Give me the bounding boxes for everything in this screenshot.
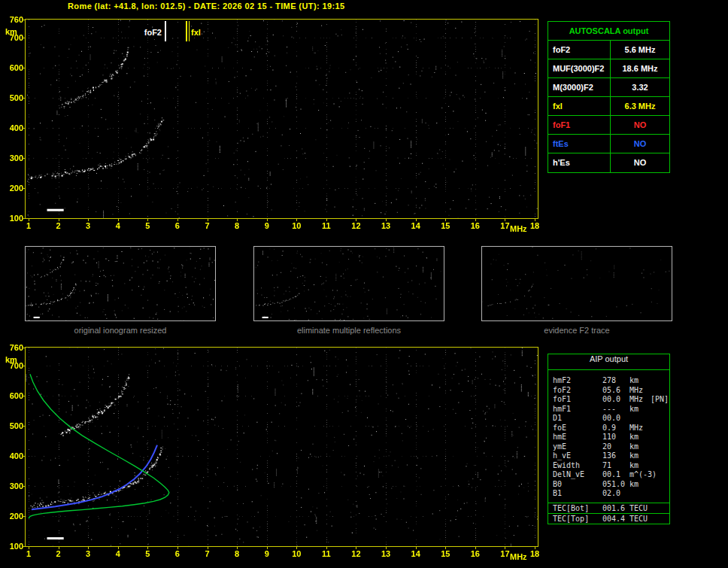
aip-note	[651, 451, 669, 461]
aip-rows-container: hmF2278kmfoF205.6MHzfoF100.0MHz[PN]hmF1-…	[548, 370, 669, 503]
aip-label: hmE	[553, 433, 602, 442]
x-axis-tick-label: 13	[378, 549, 393, 558]
autoscala-label-fxl: fxl	[548, 97, 611, 115]
x-axis-tick-mark	[475, 547, 476, 549]
profile-ionogram-plot	[25, 347, 538, 547]
x-axis-tick-mark	[505, 219, 505, 221]
x-axis-unit-label: MHz	[510, 224, 527, 233]
aip-row-fof2: foF205.6MHz	[548, 386, 669, 396]
aip-row-b0: B0051.0km	[548, 480, 669, 490]
autoscala-value-muf3000f2: 18.6 MHz	[611, 59, 669, 77]
aip-value: 110	[602, 433, 629, 442]
thumbnail-caption-evidence: evidence F2 trace	[481, 326, 672, 335]
x-axis-tick-mark	[147, 219, 148, 221]
x-axis-tick-label: 5	[140, 221, 155, 230]
aip-value: 02.0	[602, 489, 629, 499]
y-axis-unit-label: km	[5, 355, 17, 364]
autoscala-value-fof2: 5.6 MHz	[611, 41, 669, 59]
main-ionogram-canvas	[26, 20, 538, 218]
x-axis-tick-mark	[296, 547, 297, 549]
x-axis-tick-mark	[326, 547, 327, 549]
x-axis-tick-mark	[29, 219, 29, 221]
y-axis-tick-label: 760	[3, 15, 23, 24]
x-axis-tick-mark	[208, 547, 208, 549]
x-axis-tick-mark	[237, 547, 238, 549]
aip-value: 00.1	[602, 470, 629, 480]
x-axis-tick-label: 14	[408, 221, 423, 230]
x-axis-tick-mark	[326, 219, 327, 221]
y-axis-tick-label: 500	[3, 93, 23, 102]
x-axis-tick-label: 7	[200, 221, 215, 230]
aip-row-foe: foE0.9MHz	[548, 424, 669, 433]
autoscala-label-muf3000f2: MUF(3000)F2	[548, 59, 611, 77]
aip-note	[651, 414, 669, 424]
aip-unit: km	[629, 480, 651, 490]
x-axis-tick-mark	[59, 547, 59, 549]
x-axis-tick-label: 7	[200, 549, 215, 558]
aip-note	[651, 376, 669, 386]
y-axis-tick-label: 760	[3, 343, 23, 352]
y-axis-tick-label: 300	[3, 153, 23, 163]
aip-unit: MHz	[629, 424, 651, 433]
aip-row-ewidth: Ewidth71km	[548, 461, 669, 471]
y-axis-tick-label: 200	[3, 512, 23, 521]
aip-label: ymE	[553, 442, 602, 452]
aip-unit	[629, 489, 651, 499]
x-axis-tick-mark	[118, 219, 119, 221]
aip-note	[651, 386, 669, 396]
aip-value: 136	[602, 451, 629, 461]
aip-row-tec-bot-: TEC[Bot]001.6TECU	[548, 503, 669, 513]
x-axis-tick-label: 4	[111, 549, 126, 558]
aip-value: 20	[602, 442, 629, 452]
aip-unit	[629, 414, 651, 424]
aip-unit: km	[629, 405, 651, 415]
x-axis-tick-label: 15	[438, 549, 453, 558]
x-axis-tick-label: 1	[21, 549, 36, 558]
thumbnail-caption-original: original ionogram resized	[25, 326, 216, 335]
x-axis-tick-label: 16	[468, 549, 483, 558]
y-axis-tick-label: 700	[3, 33, 23, 42]
autoscala-label-hes: h'Es	[548, 153, 611, 172]
aip-label: foE	[553, 424, 602, 433]
aip-row-deln-ve: DelN_vE00.1m^(-3)	[548, 470, 669, 480]
y-axis-tick-label: 500	[3, 421, 23, 430]
aip-label: B0	[553, 480, 602, 490]
x-axis-tick-label: 10	[289, 221, 304, 230]
x-axis-tick-mark	[88, 219, 89, 221]
x-axis-tick-label: 15	[438, 221, 453, 230]
aip-row-hme: hmE110km	[548, 433, 669, 442]
x-axis-tick-mark	[296, 219, 297, 221]
aip-label: Ewidth	[553, 461, 602, 471]
x-axis-tick-label: 4	[111, 221, 126, 230]
x-axis-tick-label: 2	[51, 549, 66, 558]
thumbnail-multiples-removed	[253, 246, 444, 321]
aip-label: hmF2	[553, 376, 602, 386]
aip-value: 71	[602, 461, 629, 471]
aip-value: 00.0	[602, 414, 629, 424]
x-axis-tick-label: 8	[229, 549, 244, 558]
aip-value: 001.6	[602, 503, 629, 513]
y-axis-unit-label: km	[5, 27, 17, 36]
autoscala-label-m3000f2: M(3000)F2	[548, 78, 611, 96]
x-axis-tick-mark	[88, 547, 89, 549]
aip-value: 0.9	[602, 424, 629, 433]
profile-ionogram-canvas	[26, 348, 538, 546]
aip-row-tec-top-: TEC[Top]004.4TECU	[548, 513, 669, 524]
autoscala-row-fof1: foF1 NO	[548, 116, 669, 135]
y-axis-tick-label: 100	[3, 542, 23, 551]
aip-unit: TECU	[629, 514, 651, 524]
x-axis-tick-mark	[267, 547, 268, 549]
aip-unit: km	[629, 376, 651, 386]
fof2-marker-label: foF2	[140, 28, 162, 37]
y-axis-tick-label: 400	[3, 451, 23, 460]
aip-unit: TECU	[629, 503, 651, 513]
y-axis-tick-label: 300	[3, 481, 23, 491]
aip-note	[651, 470, 669, 480]
thumbnail-caption-multiples: eliminate multiple reflections	[253, 326, 444, 335]
aip-row-h-ve: h_vE136km	[548, 451, 669, 461]
x-axis-tick-mark	[147, 547, 148, 549]
aip-note	[651, 405, 669, 415]
aip-label: TEC[Bot]	[553, 503, 602, 513]
x-axis-tick-label: 1	[21, 221, 36, 230]
aip-row-hmf1: hmF1---km	[548, 405, 669, 415]
